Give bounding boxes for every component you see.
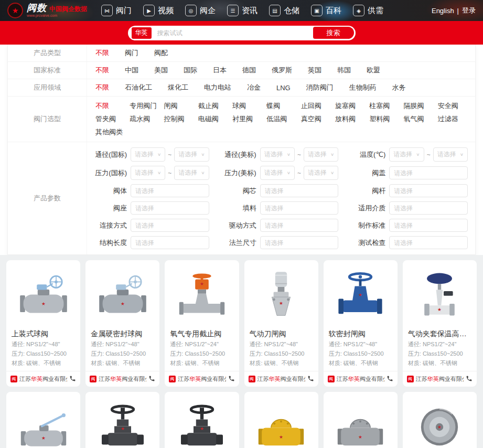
filter-option[interactable]: 柱塞阀 [369, 101, 403, 111]
filter-option[interactable]: 阀配 [154, 48, 168, 58]
param-input[interactable] [389, 219, 468, 232]
nav-item-百科[interactable]: ▣百科 [311, 5, 341, 16]
company-name[interactable]: 江苏华英阀业有限公司 [178, 375, 226, 383]
param-input[interactable] [260, 236, 339, 249]
nav-item-仓储[interactable]: ▤仓储 [269, 5, 299, 16]
filter-option[interactable]: 石油化工 [125, 83, 152, 92]
param-input[interactable] [131, 201, 209, 215]
product-card[interactable]: ★双夹升降式止回阀通径: NPS1/2"~48"压力: Class150~250… [403, 392, 477, 448]
filter-option[interactable]: 英国 [308, 66, 321, 75]
param-input[interactable] [131, 236, 209, 249]
param-input[interactable] [260, 201, 339, 215]
filter-option[interactable]: 不限 [95, 101, 130, 111]
select-dropdown[interactable]: 请选择∨ [389, 147, 424, 162]
filter-option[interactable]: 过滤器 [438, 114, 472, 124]
nav-item-阀门[interactable]: ⋈阀门 [101, 5, 132, 16]
product-title[interactable]: 金属硬密封球阀 [85, 326, 159, 340]
select-dropdown[interactable]: 请选择∨ [174, 147, 209, 162]
select-dropdown[interactable]: 请选择∨ [260, 147, 295, 162]
param-input[interactable] [389, 201, 468, 215]
filter-option[interactable]: 俄罗斯 [272, 66, 292, 75]
filter-option[interactable]: 塑料阀 [369, 114, 403, 124]
filter-option[interactable]: 旋塞阀 [335, 101, 369, 111]
filter-option[interactable]: 国际 [184, 66, 197, 75]
param-input[interactable] [389, 166, 468, 179]
product-card[interactable]: ★金属硬密封球阀通径: NPS1/2"~48"压力: Class150~2500… [85, 260, 159, 387]
phone-icon[interactable] [387, 375, 393, 383]
nav-item-视频[interactable]: ▶视频 [143, 5, 174, 16]
product-card[interactable]: ★承插焊止回阀通径: NPS1/2"~48"压力: Class150~2500材… [324, 392, 398, 448]
phone-icon[interactable] [148, 375, 155, 383]
phone-icon[interactable] [228, 375, 235, 383]
filter-option[interactable]: LNG [276, 84, 291, 92]
filter-option[interactable]: 电磁阀 [198, 114, 232, 124]
filter-option[interactable]: 管夹阀 [95, 114, 130, 124]
select-dropdown[interactable]: 请选择∨ [304, 166, 338, 180]
param-input[interactable] [260, 184, 339, 197]
filter-option[interactable]: 专用阀门 [130, 101, 164, 111]
filter-option[interactable]: 水务 [392, 83, 406, 92]
filter-option[interactable]: 低温阀 [266, 114, 300, 124]
company-name[interactable]: 江苏华英阀业有限公司 [257, 375, 305, 383]
product-title[interactable]: 上装式球阀 [6, 326, 80, 340]
param-input[interactable] [389, 236, 468, 249]
filter-option[interactable]: 疏水阀 [130, 114, 164, 124]
site-logo[interactable]: ★ 阀数 中国阀企数据 www.prcvalve.com [7, 3, 87, 18]
filter-option[interactable]: 日本 [213, 66, 227, 75]
select-dropdown[interactable]: 请选择∨ [433, 147, 468, 162]
phone-icon[interactable] [69, 375, 76, 383]
filter-option[interactable]: 生物制药 [349, 83, 377, 92]
filter-option[interactable]: 衬里阀 [232, 114, 266, 124]
filter-option[interactable]: 真空阀 [301, 114, 335, 124]
product-card[interactable]: ★上装式球阀通径: NPS1/2"~48"压力: Class150~2500材质… [6, 260, 80, 387]
filter-option[interactable]: 蝶阀 [266, 101, 300, 111]
select-dropdown[interactable]: 请选择∨ [304, 147, 338, 162]
product-card[interactable]: ★锻钢法兰截止阀通径: NPS1/2"~24"压力: Class150~2500… [165, 392, 239, 448]
filter-option[interactable]: 隔膜阀 [403, 101, 437, 111]
product-card[interactable]: ★承插焊截止阀通径: NPS1/2"~24"压力: Class150~2500材… [85, 392, 159, 448]
filter-option[interactable]: 放料阀 [335, 114, 369, 124]
filter-option[interactable]: 其他阀类 [95, 127, 130, 137]
filter-option[interactable]: 球阀 [232, 101, 266, 111]
product-title[interactable]: 气动夹套保温高压差... [403, 326, 477, 340]
nav-item-资讯[interactable]: ☰资讯 [227, 5, 257, 16]
select-dropdown[interactable]: 请选择∨ [131, 166, 165, 180]
phone-icon[interactable] [466, 375, 473, 383]
product-card[interactable]: ★软密封闸阀通径: NPS1/2"~48"压力: Class150~2500材质… [324, 260, 398, 387]
filter-option[interactable]: 不限 [95, 83, 109, 92]
filter-option[interactable]: 截止阀 [198, 101, 232, 111]
filter-option[interactable]: 安全阀 [438, 101, 472, 111]
filter-option[interactable]: 氧气阀 [403, 114, 437, 124]
product-title[interactable]: 软密封闸阀 [324, 326, 398, 340]
company-name[interactable]: 江苏华英阀业有限公司 [416, 375, 464, 383]
product-card[interactable]: ★气动刀闸阀通径: NPS1/2"~48"压力: Class150~2500材质… [244, 260, 318, 387]
filter-option[interactable]: 电力电站 [204, 83, 231, 92]
company-name[interactable]: 江苏华英阀业有限公司 [99, 375, 146, 383]
filter-option[interactable]: 消防阀门 [306, 83, 334, 92]
nav-item-供需[interactable]: ◈供需 [353, 5, 383, 16]
filter-option[interactable]: 中国 [125, 66, 138, 75]
filter-option[interactable]: 不限 [95, 66, 109, 75]
company-name[interactable]: 江苏华英阀业有限公司 [19, 375, 67, 383]
filter-option[interactable]: 阀门 [125, 48, 138, 58]
filter-option[interactable]: 控制阀 [164, 114, 198, 124]
product-card[interactable]: ★气动夹套保温高压差...通径: NPS1/2"~24"压力: Class150… [403, 260, 477, 387]
product-card[interactable]: ★氧气专用截止阀通径: NPS1/2"~24"压力: Class150~2500… [165, 260, 239, 387]
select-dropdown[interactable]: 请选择∨ [174, 166, 209, 180]
product-card[interactable]: ★手柄上装式球阀通径: NPS1/2"~48"压力: Class150~2500… [6, 392, 80, 448]
nav-item-阀企[interactable]: ◎阀企 [185, 5, 216, 16]
filter-option[interactable]: 不限 [95, 48, 109, 58]
filter-option[interactable]: 闸阀 [164, 101, 198, 111]
search-tag[interactable]: 华英 [132, 27, 152, 39]
filter-option[interactable]: 止回阀 [301, 101, 335, 111]
filter-option[interactable]: 美国 [154, 66, 168, 75]
param-input[interactable] [131, 184, 209, 197]
language-link[interactable]: English [432, 7, 454, 15]
param-input[interactable] [131, 219, 209, 232]
select-dropdown[interactable]: 请选择∨ [260, 166, 295, 180]
filter-option[interactable]: 煤化工 [168, 83, 188, 92]
filter-option[interactable]: 冶金 [247, 83, 261, 92]
param-input[interactable] [389, 184, 468, 197]
search-button[interactable]: 搜索 [313, 27, 354, 39]
filter-option[interactable]: 韩国 [337, 66, 351, 75]
